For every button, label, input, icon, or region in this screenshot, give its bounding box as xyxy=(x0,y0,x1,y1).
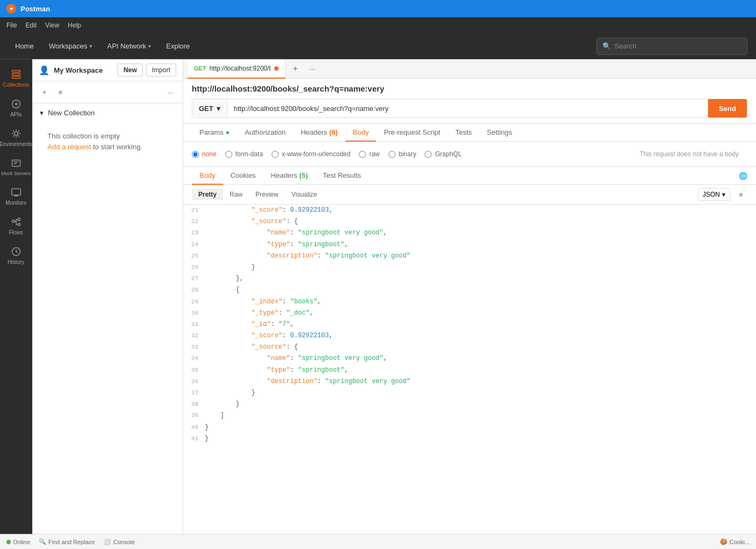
menubar: File Edit View Help xyxy=(0,17,756,33)
find-replace-button[interactable]: 🔍 Find and Replace xyxy=(39,538,95,545)
more-options-icon[interactable]: ··· xyxy=(164,86,177,99)
req-tab-settings[interactable]: Settings xyxy=(480,124,520,142)
svg-rect-2 xyxy=(12,77,20,78)
chevron-down-icon: ▾ xyxy=(40,109,44,117)
workspace-header: 👤 My Workspace New Import xyxy=(32,59,183,81)
online-indicator xyxy=(6,540,11,544)
tab-bar: GET http://localhost:9200/t ＋ ··· xyxy=(183,59,756,79)
sidebar-item-mock-servers[interactable]: Mock Servers xyxy=(0,152,32,182)
body-type-none[interactable]: none xyxy=(192,150,217,158)
req-tab-headers[interactable]: Headers (6) xyxy=(293,124,345,142)
req-tab-pre-request[interactable]: Pre-request Script xyxy=(376,124,448,142)
json-line-37: 37 } xyxy=(183,387,756,399)
format-dropdown[interactable]: JSON ▾ xyxy=(698,188,730,201)
json-line-41: 41 } xyxy=(183,433,756,444)
more-tabs-button[interactable]: ··· xyxy=(305,65,320,73)
req-tab-tests[interactable]: Tests xyxy=(448,124,479,142)
nav-explore[interactable]: Explore xyxy=(159,39,196,53)
sidebar-item-environments[interactable]: Environments xyxy=(0,123,32,152)
resp-tab-body[interactable]: Body xyxy=(192,167,223,185)
new-button[interactable]: New xyxy=(117,64,143,77)
sidebar-item-apis[interactable]: APIs xyxy=(0,93,32,123)
sidebar-item-collections[interactable]: Collections xyxy=(0,64,32,93)
svg-rect-7 xyxy=(12,220,14,223)
sidebar-item-environments-label: Environments xyxy=(0,141,32,147)
chevron-down-icon: ▾ xyxy=(148,43,151,49)
main-layout: Collections APIs Environments Mock Serve… xyxy=(0,59,756,534)
search-input[interactable] xyxy=(614,42,741,50)
json-line-27: 27 }, xyxy=(183,273,756,284)
status-online[interactable]: Online xyxy=(6,539,30,545)
json-line-33: 33 "_source": { xyxy=(183,342,756,353)
statusbar: Online 🔍 Find and Replace ⬜ Console 🍪 Co… xyxy=(0,534,756,549)
req-tab-params[interactable]: Params ● xyxy=(192,124,237,142)
fmt-tab-visualize[interactable]: Visualize xyxy=(285,189,324,200)
sidebar-item-history[interactable]: History xyxy=(0,241,32,270)
nav-home[interactable]: Home xyxy=(9,39,40,53)
sidebar-item-collections-label: Collections xyxy=(3,82,29,88)
response-tabs: Body Cookies Headers (5) Test Results 🌐 xyxy=(183,167,756,185)
collection-empty-state: This collection is empty Add a request t… xyxy=(32,122,183,161)
menu-help[interactable]: Help xyxy=(68,22,81,29)
url-bar: GET ▾ Send xyxy=(192,99,747,118)
json-line-32: 32 "_score": 0.92922103, xyxy=(183,330,756,342)
resp-tab-test-results[interactable]: Test Results xyxy=(315,167,369,185)
globe-icon: 🌐 xyxy=(739,172,747,180)
json-line-21: 21 "_score": 0.92922103, xyxy=(183,205,756,216)
app-logo: ✦ xyxy=(6,4,16,13)
req-tab-authorization[interactable]: Authorization xyxy=(237,124,293,142)
console-label: Console xyxy=(113,539,135,545)
tab-method-label: GET xyxy=(194,65,206,72)
add-collection-icon[interactable]: ＋ xyxy=(38,86,51,99)
body-type-graphql[interactable]: GraphQL xyxy=(425,150,461,158)
body-type-raw[interactable]: raw xyxy=(359,150,379,158)
sidebar-item-monitors[interactable]: Monitors xyxy=(0,182,32,211)
method-label: GET xyxy=(199,105,213,113)
search-bar[interactable]: 🔍 xyxy=(597,38,747,55)
new-collection-item[interactable]: ▾ New Collection xyxy=(32,103,183,122)
titlebar: ✦ Postman xyxy=(0,0,756,17)
body-type-urlencoded[interactable]: x-www-form-urlencoded xyxy=(272,150,350,158)
fmt-tab-preview[interactable]: Preview xyxy=(249,189,285,200)
add-tab-button[interactable]: ＋ xyxy=(286,63,305,74)
wrap-lines-icon[interactable]: ≡ xyxy=(734,188,747,201)
json-line-30: 30 "_type": "_doc", xyxy=(183,308,756,319)
import-button[interactable]: Import xyxy=(146,64,176,77)
menu-view[interactable]: View xyxy=(45,22,59,29)
fmt-tab-raw[interactable]: Raw xyxy=(223,189,249,200)
format-selected-label: JSON xyxy=(703,191,720,198)
svg-rect-8 xyxy=(18,218,20,220)
resp-tab-cookies[interactable]: Cookies xyxy=(223,167,263,185)
json-line-23: 23 "name": "springboot very good", xyxy=(183,227,756,239)
fmt-tab-pretty[interactable]: Pretty xyxy=(192,189,223,200)
to-start-text: to start working. xyxy=(91,143,142,151)
resp-tab-headers[interactable]: Headers (5) xyxy=(263,167,316,185)
menu-file[interactable]: File xyxy=(6,22,17,29)
console-button[interactable]: ⬜ Console xyxy=(103,538,135,545)
json-response[interactable]: 21 "_score": 0.92922103, 22 "_source": {… xyxy=(183,205,756,534)
collection-item-label: New Collection xyxy=(48,109,95,117)
menu-edit[interactable]: Edit xyxy=(25,22,37,29)
url-input[interactable] xyxy=(227,105,708,113)
cookie-button[interactable]: 🍪 Cooki... xyxy=(720,538,750,545)
add-request-link[interactable]: Add a request xyxy=(47,143,91,151)
json-line-29: 29 "_index": "books", xyxy=(183,296,756,308)
url-bar-container: http://localhost:9200/books/_search?q=na… xyxy=(183,79,756,124)
no-body-message: This request does not have a body xyxy=(631,146,747,162)
online-label: Online xyxy=(13,539,30,545)
filter-icon[interactable]: ≡ xyxy=(54,86,67,99)
body-type-form-data[interactable]: form-data xyxy=(225,150,263,158)
send-button[interactable]: Send xyxy=(708,99,747,117)
sidebar-item-flows[interactable]: Flows xyxy=(0,211,32,241)
method-select[interactable]: GET ▾ xyxy=(192,99,227,117)
request-tab-active[interactable]: GET http://localhost:9200/t xyxy=(188,59,286,79)
workspace-name: My Workspace xyxy=(54,66,103,74)
nav-api-network[interactable]: API Network ▾ xyxy=(101,39,157,53)
body-type-binary[interactable]: binary xyxy=(389,150,417,158)
nav-workspaces[interactable]: Workspaces ▾ xyxy=(43,39,99,53)
search-icon: 🔍 xyxy=(39,538,46,545)
req-tab-body[interactable]: Body xyxy=(345,124,377,142)
home-label: Home xyxy=(15,42,34,50)
collections-toolbar: ＋ ≡ ··· xyxy=(32,81,183,103)
cookie-label: Cooki... xyxy=(730,539,750,545)
